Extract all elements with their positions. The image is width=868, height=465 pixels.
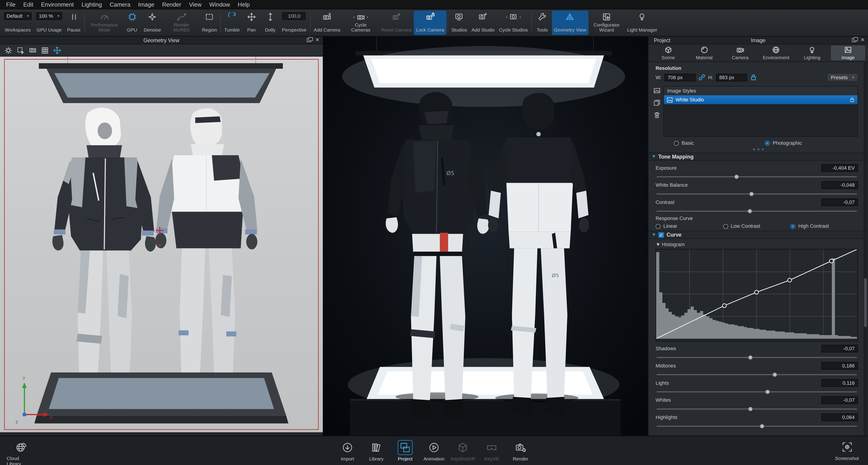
panel-scrollbar[interactable] bbox=[864, 62, 867, 436]
dock-import-button[interactable]: Import bbox=[334, 440, 361, 461]
link-resolution-icon[interactable] bbox=[698, 74, 706, 81]
slider-handle[interactable] bbox=[750, 192, 754, 196]
response-low-contrast-option[interactable]: Low Contrast bbox=[723, 224, 791, 229]
perspective-control[interactable]: 100,0 Perspective bbox=[280, 10, 309, 35]
menu-camera[interactable]: Camera bbox=[106, 1, 134, 8]
mode-basic-option[interactable]: Basic bbox=[674, 140, 694, 146]
dock-library-button[interactable]: Library bbox=[363, 440, 390, 461]
tools-button[interactable]: Tools bbox=[533, 10, 552, 35]
cycle-right-icon[interactable]: › bbox=[519, 14, 521, 20]
tab-lighting[interactable]: Lighting bbox=[795, 46, 830, 60]
menu-environment[interactable]: Environment bbox=[37, 1, 78, 8]
delete-image-style-icon[interactable] bbox=[653, 111, 660, 119]
select-region-icon[interactable] bbox=[17, 46, 24, 54]
response-linear-option[interactable]: Linear bbox=[656, 224, 723, 229]
mode-photographic-option[interactable]: Photographic bbox=[765, 140, 802, 146]
region-button[interactable]: Region bbox=[200, 10, 219, 35]
response-high-contrast-option[interactable]: High Contrast bbox=[790, 224, 858, 229]
height-field[interactable]: 883 px bbox=[716, 74, 747, 81]
cycle-cameras-button[interactable]: ‹ › Cycle Cameras bbox=[343, 10, 379, 35]
curve-checkbox[interactable]: ✓ bbox=[658, 232, 664, 237]
pan-button[interactable]: Pan bbox=[242, 10, 261, 35]
grid-icon[interactable] bbox=[41, 46, 49, 54]
float-window-icon[interactable] bbox=[307, 38, 311, 42]
tumble-button[interactable]: Tumble bbox=[222, 10, 242, 35]
shadows-value-field[interactable]: -0,07 bbox=[821, 345, 858, 352]
dock-keyvr-button[interactable]: KeyVR bbox=[478, 440, 505, 461]
lights-slider[interactable] bbox=[657, 391, 857, 393]
contrast-slider[interactable] bbox=[657, 210, 857, 212]
lock-camera-button[interactable]: Lock Camera bbox=[414, 10, 446, 35]
dock-animation-button[interactable]: Animation bbox=[420, 440, 448, 461]
gear-icon[interactable] bbox=[4, 46, 12, 54]
slider-handle[interactable] bbox=[748, 407, 752, 411]
highlights-slider[interactable] bbox=[657, 426, 857, 427]
dock-project-button[interactable]: Project bbox=[391, 440, 419, 461]
screenshot-button[interactable]: Screenshot bbox=[831, 440, 862, 461]
fov-value-field[interactable]: 100,0 bbox=[282, 12, 306, 20]
realtime-render-viewport[interactable]: Ø5 bbox=[323, 36, 648, 436]
menu-help[interactable]: Help bbox=[234, 1, 254, 8]
menu-file[interactable]: File bbox=[2, 1, 20, 8]
slider-handle[interactable] bbox=[748, 355, 752, 360]
white-balance-value-field[interactable]: -0,048 bbox=[821, 181, 858, 189]
tab-image[interactable]: Image bbox=[831, 46, 865, 60]
image-style-item-white-studio[interactable]: White Studio bbox=[664, 95, 858, 104]
dock-render-button[interactable]: Render bbox=[507, 440, 534, 461]
shadows-slider[interactable] bbox=[657, 357, 857, 358]
width-field[interactable]: 706 px bbox=[664, 74, 695, 81]
duplicate-image-style-icon[interactable] bbox=[653, 99, 660, 106]
gpu-usage-select[interactable]: 100 %▾ bbox=[36, 12, 62, 20]
render-nurbs-button[interactable]: Render NURBS bbox=[163, 10, 200, 35]
tab-scene[interactable]: Scene bbox=[651, 46, 685, 60]
slider-handle[interactable] bbox=[748, 209, 752, 213]
cycle-left-icon[interactable]: ‹ bbox=[353, 14, 355, 20]
lights-value-field[interactable]: 0,116 bbox=[821, 379, 858, 387]
slider-handle[interactable] bbox=[766, 390, 770, 394]
dolly-button[interactable]: Dolly bbox=[261, 10, 280, 35]
cycle-left-icon[interactable]: ‹ bbox=[506, 14, 507, 20]
whites-value-field[interactable]: -0,07 bbox=[821, 396, 858, 404]
workspaces-control[interactable]: Default▾ Workspaces bbox=[2, 10, 34, 35]
curve-section-header[interactable]: ▼ ✓ Curve bbox=[648, 230, 868, 239]
slider-handle[interactable] bbox=[760, 424, 764, 429]
workspace-select[interactable]: Default▾ bbox=[4, 12, 32, 20]
gpu-button[interactable]: GPU bbox=[123, 10, 142, 35]
slider-handle[interactable] bbox=[735, 175, 739, 179]
denoise-button[interactable]: Denoise bbox=[142, 10, 163, 35]
move-tool-icon[interactable] bbox=[53, 46, 61, 54]
performance-mode-button[interactable]: Performance Mode bbox=[86, 10, 122, 35]
lock-resolution-icon[interactable] bbox=[750, 74, 757, 81]
gpu-usage-control[interactable]: 100 %▾ GPU Usage bbox=[34, 10, 64, 35]
configurator-wizard-button[interactable]: Configurator Wizard bbox=[588, 10, 625, 35]
add-camera-button[interactable]: Add Camera bbox=[311, 10, 342, 35]
camera-bounds-icon[interactable] bbox=[29, 46, 36, 54]
geometry-view-button[interactable]: Geometry View bbox=[552, 10, 588, 35]
tab-material[interactable]: Material bbox=[687, 46, 721, 60]
presets-button[interactable]: Presets ▾ bbox=[827, 73, 858, 82]
cloud-library-button[interactable]: Cloud Library bbox=[7, 440, 34, 465]
tab-camera[interactable]: Camera bbox=[723, 46, 757, 60]
midtones-value-field[interactable]: 0,186 bbox=[821, 362, 858, 370]
geometry-viewport[interactable]: Y x z bbox=[0, 56, 323, 436]
pause-button[interactable]: Pause bbox=[64, 10, 83, 35]
close-icon[interactable]: ✕ bbox=[315, 38, 319, 42]
exposure-value-field[interactable]: -0,404 EV bbox=[821, 164, 858, 172]
scrollbar-thumb[interactable] bbox=[864, 278, 867, 327]
highlights-value-field[interactable]: 0,064 bbox=[821, 413, 858, 421]
menu-lighting[interactable]: Lighting bbox=[78, 1, 106, 8]
menu-view[interactable]: View bbox=[185, 1, 206, 8]
menu-image[interactable]: Image bbox=[134, 1, 158, 8]
exposure-slider[interactable] bbox=[657, 176, 857, 177]
dock-keyshotxr-button[interactable]: KeyShotXR bbox=[449, 440, 477, 461]
light-manager-button[interactable]: Light Manager bbox=[625, 10, 659, 35]
float-window-icon[interactable] bbox=[852, 38, 857, 42]
histogram-label[interactable]: ▼ Histogram bbox=[656, 241, 868, 247]
menu-window[interactable]: Window bbox=[206, 1, 234, 8]
studios-button[interactable]: Studios bbox=[449, 10, 469, 35]
slider-handle[interactable] bbox=[773, 373, 777, 377]
histogram-plot[interactable] bbox=[656, 249, 858, 341]
cycle-studios-button[interactable]: ‹ › Cycle Studios bbox=[497, 10, 530, 35]
cycle-right-icon[interactable]: › bbox=[367, 14, 368, 20]
close-icon[interactable]: ✕ bbox=[861, 38, 865, 42]
